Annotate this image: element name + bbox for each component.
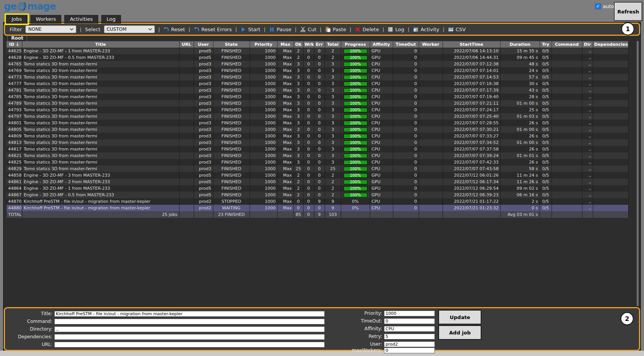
cell-progress[interactable]: 100%: [341, 67, 370, 74]
cut-button[interactable]: Cut: [300, 27, 316, 32]
cell-priority[interactable]: 1000: [250, 179, 277, 185]
cell-start[interactable]: 2022/07/07 07:25:40: [443, 113, 500, 120]
cell-command[interactable]: [552, 205, 582, 211]
cell-max[interactable]: Max: [277, 126, 293, 133]
cell-user[interactable]: prod3: [194, 61, 213, 67]
cell-worker[interactable]: [419, 146, 443, 152]
table-row[interactable]: 44825Tomo statics 3D from master-fermipr…: [7, 159, 628, 165]
cell-progress[interactable]: 100%: [341, 61, 370, 67]
cell-duration[interactable]: 01 m 00 s: [500, 100, 540, 107]
cell-title[interactable]: Tomo statics 3D from master-fermi: [22, 165, 179, 172]
cell-max[interactable]: Max: [277, 107, 293, 113]
cell-timeout[interactable]: 0: [393, 94, 419, 100]
cell-dir[interactable]: .,: [582, 139, 593, 146]
cell-max[interactable]: Max: [277, 80, 293, 87]
cell-start[interactable]: 2022/07/12 06:17:34: [443, 179, 500, 185]
cell-worker[interactable]: [419, 198, 443, 205]
cell-try[interactable]: 0/5: [540, 48, 552, 54]
cell-url[interactable]: [179, 198, 194, 205]
title-field-input[interactable]: [54, 311, 325, 317]
cell-user[interactable]: prod3: [194, 74, 213, 80]
cell-user[interactable]: prod3: [194, 159, 213, 165]
cell-start[interactable]: 2022/07/12 06:39:23: [443, 192, 500, 198]
cell-dependencies[interactable]: [593, 172, 628, 179]
col-header-id[interactable]: ID ↓: [7, 41, 22, 48]
cell-progress[interactable]: 100%: [341, 113, 370, 120]
cell-affinity[interactable]: CPU: [370, 107, 393, 113]
command-field-input[interactable]: [54, 319, 325, 324]
cell-url[interactable]: [179, 179, 194, 185]
cell-dependencies[interactable]: [593, 192, 628, 198]
timeout-field-input[interactable]: [384, 318, 435, 324]
cell-try[interactable]: 0/5: [540, 172, 552, 179]
cell-err[interactable]: 0: [314, 74, 325, 80]
cell-timeout[interactable]: 0: [393, 126, 419, 133]
cell-progress[interactable]: 100%: [341, 139, 370, 146]
cell-dependencies[interactable]: [593, 133, 628, 139]
cell-err[interactable]: 0: [314, 94, 325, 100]
cell-max[interactable]: Max: [277, 113, 293, 120]
cell-state[interactable]: FINISHED: [213, 133, 250, 139]
cell-priority[interactable]: 1000: [250, 120, 277, 126]
cell-command[interactable]: [552, 146, 582, 152]
cell-err[interactable]: 0: [314, 172, 325, 179]
cell-command[interactable]: [552, 87, 582, 94]
cell-progress[interactable]: 100%: [341, 192, 370, 198]
cell-command[interactable]: [552, 139, 582, 146]
cell-ok[interactable]: 25: [293, 165, 303, 172]
table-row[interactable]: 44870Kirchhoff PreSTM - file in/out - mi…: [7, 198, 628, 205]
cell-err[interactable]: 0: [314, 80, 325, 87]
cell-command[interactable]: [552, 107, 582, 113]
cell-dir[interactable]: .,: [582, 113, 593, 120]
cell-url[interactable]: [179, 107, 194, 113]
cell-try[interactable]: 0/5: [540, 94, 552, 100]
col-header-url[interactable]: URL: [179, 41, 194, 48]
cell-title[interactable]: Tomo statics 3D from master-fermi: [22, 87, 179, 94]
cell-start[interactable]: 2022/07/21 01:17:22: [443, 198, 500, 205]
cell-err[interactable]: 0: [314, 185, 325, 192]
col-header-state[interactable]: State: [213, 41, 250, 48]
cell-url[interactable]: [179, 61, 194, 67]
cell-dependencies[interactable]: [593, 74, 628, 80]
cell-max[interactable]: Max: [277, 100, 293, 107]
cell-title[interactable]: Tomo statics 3D from master-fermi: [22, 61, 179, 67]
cell-total[interactable]: 3: [325, 80, 341, 87]
cell-state[interactable]: FINISHED: [213, 54, 250, 61]
cell-worker[interactable]: [419, 67, 443, 74]
cell-ok[interactable]: 3: [293, 87, 303, 94]
cell-affinity[interactable]: GPU: [370, 185, 393, 192]
cell-title[interactable]: Tomo statics 3D from master-fermi: [22, 94, 179, 100]
cell-affinity[interactable]: CPU: [370, 133, 393, 139]
select-dropdown[interactable]: CUSTOM: [104, 25, 155, 33]
cell-dir[interactable]: .,: [582, 67, 593, 74]
cell-url[interactable]: [179, 159, 194, 165]
cell-err[interactable]: 0: [314, 205, 325, 211]
table-row[interactable]: 44789Tomo statics 3D from master-fermipr…: [7, 100, 628, 107]
cell-state[interactable]: FINISHED: [213, 126, 250, 133]
col-header-command[interactable]: Command: [552, 41, 582, 48]
cell-dir[interactable]: .,: [582, 152, 593, 159]
cell-start[interactable]: 2022/07/07 07:12:38: [443, 61, 500, 67]
affinity-field-input[interactable]: [384, 326, 435, 332]
col-header-dependencies[interactable]: Dependencies: [593, 41, 628, 48]
cell-worker[interactable]: [419, 94, 443, 100]
cell-url[interactable]: [179, 126, 194, 133]
table-row[interactable]: 44809Tomo statics 3D from master-fermipr…: [7, 133, 628, 139]
table-row[interactable]: 44777Tomo statics 3D from master-fermipr…: [7, 80, 628, 87]
cell-total[interactable]: 2: [325, 48, 341, 54]
cell-state[interactable]: FINISHED: [213, 120, 250, 126]
cell-state[interactable]: WAITING: [213, 205, 250, 211]
cell-user[interactable]: prod3: [194, 107, 213, 113]
cell-id[interactable]: 44870: [7, 198, 22, 205]
cell-command[interactable]: [552, 179, 582, 185]
cell-try[interactable]: 0/5: [540, 133, 552, 139]
delete-button[interactable]: Delete: [355, 27, 379, 32]
cell-err[interactable]: 0: [314, 87, 325, 94]
cell-try[interactable]: 0/5: [540, 54, 552, 61]
cell-command[interactable]: [552, 159, 582, 165]
cell-total[interactable]: 2: [325, 192, 341, 198]
cell-title[interactable]: Tomo statics 3D from master-fermi: [22, 107, 179, 113]
cell-timeout[interactable]: 0: [393, 205, 419, 211]
cell-timeout[interactable]: 0: [393, 48, 419, 54]
table-row[interactable]: 44773Tomo statics 3D from master-fermipr…: [7, 74, 628, 80]
